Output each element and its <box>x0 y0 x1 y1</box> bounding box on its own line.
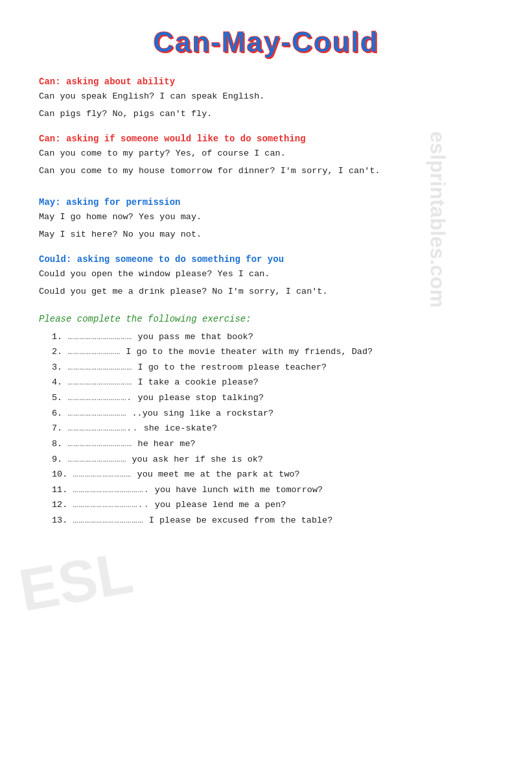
list-item: 8. …………………………… he hear me? <box>52 436 493 452</box>
list-item: 5. …………………………. you please stop talking? <box>52 390 493 406</box>
line-can-ability-2: Can pigs fly? No, pigs can't fly. <box>39 107 493 122</box>
exercise-num: 9. <box>52 455 62 464</box>
exercise-text: you pass me that book? <box>138 332 253 342</box>
heading-could-request: Could: asking someone to do something fo… <box>39 254 493 265</box>
list-item: 12. …………………………….. you please lend me a p… <box>52 497 493 513</box>
exercise-num: 12. <box>52 500 67 510</box>
exercise-text: ..you sing like a rockstar? <box>132 409 273 418</box>
exercise-text: you please stop talking? <box>138 393 264 403</box>
exercise-text: you please lend me a pen? <box>155 500 286 510</box>
line-can-invite-2: Can you come to my house tomorrow for di… <box>39 164 493 179</box>
exercise-num: 13. <box>52 515 67 525</box>
line-can-invite-1: Can you come to my party? Yes, of course… <box>39 147 493 161</box>
exercise-text: I please be excused from the table? <box>149 515 333 525</box>
exercise-heading: Please complete the following exercise: <box>39 314 493 324</box>
exercise-text: he hear me? <box>138 439 196 449</box>
section-can-ability: Can: asking about ability Can you speak … <box>39 77 493 122</box>
list-item: 4. …………………………… I take a cookie please? <box>52 375 493 390</box>
exercise-text: I go to the restroom please teacher? <box>138 362 327 372</box>
exercise-dots: …………………………… <box>67 332 132 342</box>
line-could-1: Could you open the window please? Yes I … <box>39 267 493 282</box>
list-item: 7. ………………………….. she ice-skate? <box>52 421 493 436</box>
exercise-num: 4. <box>52 377 62 387</box>
exercise-dots: ………………………… <box>67 455 126 464</box>
title: Can-May-Could <box>39 26 493 58</box>
list-item: 11. ………………………………. you have lunch with me… <box>52 482 493 498</box>
section-can-invite: Can: asking if someone would like to do … <box>39 134 493 179</box>
list-item: 3. …………………………… I go to the restroom plea… <box>52 360 493 375</box>
line-could-2: Could you get me a drink please? No I'm … <box>39 285 493 300</box>
exercise-text: I go to the movie theater with my friend… <box>126 347 373 357</box>
exercise-text: I take a cookie please? <box>138 377 259 387</box>
list-item: 1. …………………………… you pass me that book? <box>52 329 493 345</box>
watermark: ESL <box>14 539 137 625</box>
exercise-dots: ……………………………… <box>73 515 143 525</box>
line-may-2: May I sit here? No you may not. <box>39 228 493 243</box>
exercise-num: 5. <box>52 393 62 403</box>
exercise-dots: …………………………… <box>67 362 132 372</box>
list-item: 9. ………………………… you ask her if she is ok? <box>52 452 493 468</box>
exercise-num: 2. <box>52 347 62 357</box>
heading-can-ability: Can: asking about ability <box>39 77 493 87</box>
section-may-permission: May: asking for permission May I go home… <box>39 197 493 243</box>
exercise-num: 7. <box>52 423 62 433</box>
exercise-dots: ………………………… <box>67 409 126 418</box>
line-can-ability-1: Can you speak English? I can speak Engli… <box>39 89 493 104</box>
exercise-list: 1. …………………………… you pass me that book?2. … <box>39 329 493 528</box>
exercise-num: 8. <box>52 439 62 449</box>
exercise-text: she ice-skate? <box>144 423 217 433</box>
exercise-text: you ask her if she is ok? <box>132 455 263 464</box>
exercise-num: 3. <box>52 362 62 372</box>
exercise-num: 1. <box>52 332 62 342</box>
exercise-dots: ……………………… <box>67 347 121 357</box>
section-could-request: Could: asking someone to do something fo… <box>39 254 493 300</box>
exercise-num: 10. <box>52 469 67 479</box>
list-item: 6. ………………………… ..you sing like a rockstar… <box>52 406 493 421</box>
exercise-dots: …………………………….. <box>73 500 149 510</box>
heading-may-permission: May: asking for permission <box>39 197 493 207</box>
heading-can-invite: Can: asking if someone would like to do … <box>39 134 493 144</box>
exercise-dots: …………………………… <box>67 377 132 387</box>
exercise-dots: ………………………………. <box>73 485 149 495</box>
exercise-text: you meet me at the park at two? <box>137 469 300 479</box>
exercise-dots: ………………………….. <box>67 423 138 433</box>
exercise-dots: …………………………. <box>67 393 132 403</box>
exercise-num: 11. <box>52 485 67 495</box>
list-item: 2. ……………………… I go to the movie theater w… <box>52 344 493 360</box>
exercise-text: you have lunch with me tomorrow? <box>155 485 323 495</box>
list-item: 13. ……………………………… I please be excused fro… <box>52 513 493 528</box>
exercise-dots: ………………………… <box>73 469 132 479</box>
line-may-1: May I go home now? Yes you may. <box>39 210 493 225</box>
exercise-dots: …………………………… <box>67 439 132 449</box>
list-item: 10. ………………………… you meet me at the park a… <box>52 467 493 482</box>
exercise-num: 6. <box>52 409 62 418</box>
